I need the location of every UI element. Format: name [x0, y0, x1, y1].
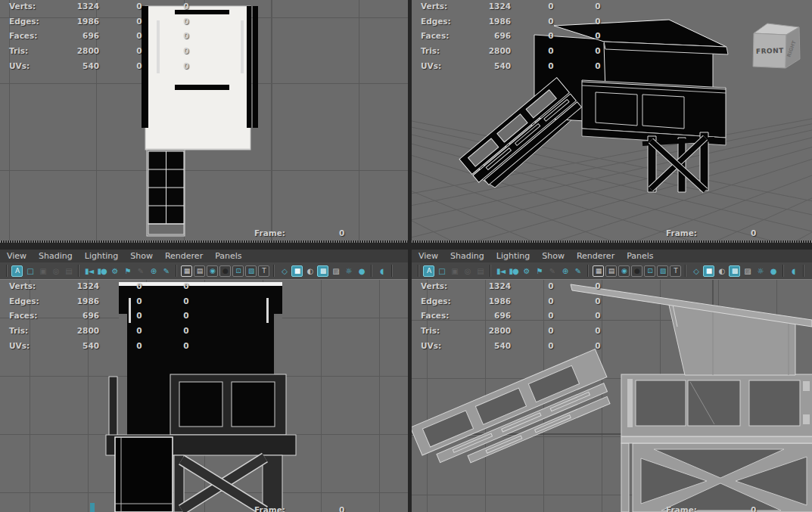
menu-item-lighting[interactable]: Lighting [85, 251, 118, 261]
view-cube-front-label[interactable]: FRONT [756, 47, 785, 55]
select-layers-icon[interactable]: ▤ [474, 265, 486, 277]
wireframe-mode-icon[interactable]: ◇ [690, 265, 702, 277]
image-plane-icon[interactable]: ✎ [546, 265, 558, 277]
gate-mask-icon[interactable]: ● [219, 265, 231, 277]
panel-menubar: ViewShadingLightingShowRendererPanels [412, 250, 812, 262]
grid-toggle-icon[interactable]: ▦ [181, 265, 192, 277]
safe-title-icon[interactable]: T [670, 265, 681, 277]
separator [371, 265, 372, 277]
use-default-material-icon[interactable]: ▨ [742, 265, 753, 277]
frame-indicator: Frame: 0 [412, 505, 812, 512]
shaded-mode-icon[interactable]: ■ [703, 265, 714, 277]
safe-title-icon[interactable]: T [258, 265, 269, 277]
panel-header-side-view: ViewShadingLightingShowRendererPanels A□… [412, 240, 812, 280]
lifeguard-tower-side-view-model[interactable] [412, 280, 812, 512]
separator [391, 265, 393, 277]
shadows-toggle-icon[interactable]: ● [356, 265, 367, 277]
film-gate-icon[interactable]: ▤ [194, 265, 205, 277]
field-chart-icon[interactable]: ⊡ [232, 265, 244, 277]
grease-pencil-icon[interactable]: ✎ [160, 265, 172, 277]
maya-four-view-layout: Verts:132400Edges:198600Faces:69600Tris:… [0, 0, 812, 512]
viewport-side[interactable]: Verts:132400Edges:198600Faces:69600Tris:… [412, 280, 812, 512]
leg-post [621, 443, 629, 512]
frame-value: 0 [751, 505, 756, 512]
textured-mode-icon[interactable]: ▩ [729, 265, 740, 277]
camera-icon[interactable]: ▮◄ [83, 265, 95, 277]
safe-action-icon[interactable]: ▧ [245, 265, 257, 277]
frame-label: Frame: [666, 228, 697, 237]
separator [803, 265, 804, 277]
panel-toolbar: A□▣◎▤▮◄▮●⚙⚑✎⊕✎▦▤◉●⊡▧T◇■◐▩▨☼●◖ [0, 262, 408, 279]
menu-item-renderer[interactable]: Renderer [577, 251, 614, 261]
grease-pencil-icon[interactable]: ✎ [572, 265, 583, 277]
menu-item-view[interactable]: View [418, 251, 438, 261]
x-brace [182, 458, 265, 511]
marquee-select-icon[interactable]: □ [436, 265, 447, 277]
menu-item-lighting[interactable]: Lighting [496, 251, 530, 261]
frame-label: Frame: [254, 505, 285, 512]
resolution-gate-icon[interactable]: ◉ [207, 265, 218, 277]
menu-item-shading[interactable]: Shading [39, 251, 73, 261]
image-plane-icon[interactable]: ✎ [135, 265, 146, 277]
camera-attributes-icon[interactable]: ⚙ [109, 265, 120, 277]
camera-icon[interactable]: ▮◄ [495, 265, 506, 277]
shaded-mode-icon[interactable]: ■ [291, 265, 303, 277]
viewport-top-left[interactable]: Verts:132400Edges:198600Faces:69600Tris:… [0, 0, 408, 240]
viewport-perspective[interactable]: FRONT RIGHT Verts:132400Edges:198600Face… [412, 0, 812, 240]
separator [587, 265, 589, 277]
resolution-gate-icon[interactable]: ◉ [618, 265, 630, 277]
frame-label: Frame: [666, 505, 697, 512]
select-layers-icon[interactable]: ▤ [63, 265, 74, 277]
lasso-select-icon[interactable]: ▣ [37, 265, 48, 277]
paint-select-icon[interactable]: ◎ [462, 265, 473, 277]
bookmark-icon[interactable]: ⚑ [534, 265, 545, 277]
menu-item-panels[interactable]: Panels [215, 251, 241, 261]
menu-item-shading[interactable]: Shading [450, 251, 484, 261]
select-by-name-icon[interactable]: A [423, 265, 434, 277]
field-chart-icon[interactable]: ⊡ [644, 265, 655, 277]
shadows-toggle-icon[interactable]: ● [767, 265, 779, 277]
menu-item-show[interactable]: Show [542, 251, 565, 261]
occlusion-icon[interactable]: ◖ [376, 265, 387, 277]
wireframe-mode-icon[interactable]: ◇ [278, 265, 290, 277]
separator [685, 265, 686, 277]
lifeguard-tower-top-view-model[interactable] [0, 0, 408, 240]
panel-header-front-view: ViewShadingLightingShowRendererPanels A□… [0, 240, 408, 280]
pane-divider-vertical[interactable] [408, 0, 412, 512]
lighting-toggle-icon[interactable]: ☼ [754, 265, 766, 277]
textured-sphere-icon[interactable]: ◐ [716, 265, 727, 277]
pan-zoom-icon[interactable]: ⊕ [559, 265, 571, 277]
film-gate-icon[interactable]: ▤ [605, 265, 617, 277]
view-cube[interactable]: FRONT RIGHT [753, 23, 800, 68]
menu-item-view[interactable]: View [7, 251, 26, 261]
menu-item-panels[interactable]: Panels [627, 251, 653, 261]
deck-band [621, 436, 812, 443]
paint-select-icon[interactable]: ◎ [50, 265, 61, 277]
lock-camera-icon[interactable]: ▮● [508, 265, 519, 277]
menu-item-renderer[interactable]: Renderer [165, 251, 203, 261]
lifeguard-tower-perspective-model[interactable]: FRONT RIGHT [412, 0, 812, 240]
marquee-select-icon[interactable]: □ [24, 265, 36, 277]
legs [642, 132, 714, 192]
pan-zoom-icon[interactable]: ⊕ [148, 265, 159, 277]
lock-camera-icon[interactable]: ▮● [96, 265, 107, 277]
grid-toggle-icon[interactable]: ▦ [593, 265, 604, 277]
occlusion-icon[interactable]: ◖ [788, 265, 799, 277]
safe-action-icon[interactable]: ▧ [657, 265, 668, 277]
lasso-select-icon[interactable]: ▣ [449, 265, 460, 277]
use-default-material-icon[interactable]: ▨ [330, 265, 341, 277]
bookmark-icon[interactable]: ⚑ [122, 265, 133, 277]
frame-value: 0 [751, 228, 756, 237]
camera-attributes-icon[interactable]: ⚙ [521, 265, 532, 277]
ramp-near-rail [459, 78, 581, 189]
textured-mode-icon[interactable]: ▩ [317, 265, 328, 277]
viewport-front[interactable]: Verts:132400Edges:198600Faces:69600Tris:… [0, 280, 408, 512]
lifeguard-tower-front-view-model[interactable] [0, 280, 408, 512]
select-by-name-icon[interactable]: A [11, 265, 23, 277]
menu-item-show[interactable]: Show [130, 251, 153, 261]
frame-indicator: Frame: 0 [0, 505, 408, 512]
lighting-toggle-icon[interactable]: ☼ [343, 265, 354, 277]
textured-sphere-icon[interactable]: ◐ [304, 265, 316, 277]
panel-edge-separator [6, 265, 8, 277]
gate-mask-icon[interactable]: ● [631, 265, 642, 277]
